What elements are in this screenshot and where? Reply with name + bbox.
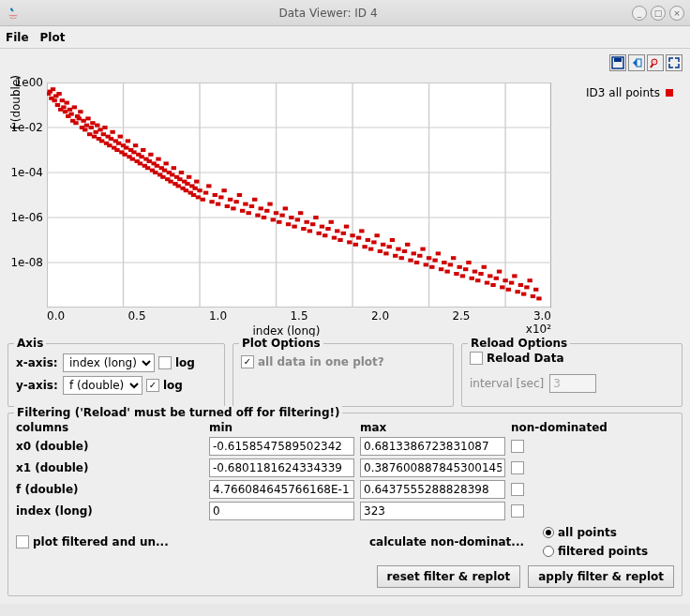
svg-rect-4 bbox=[47, 83, 551, 308]
svg-rect-166 bbox=[350, 233, 354, 237]
y-axis-select[interactable]: f (double) bbox=[63, 376, 142, 395]
svg-rect-103 bbox=[177, 177, 182, 181]
svg-rect-143 bbox=[279, 214, 284, 218]
svg-rect-211 bbox=[488, 274, 492, 278]
filter-nondom-checkbox[interactable] bbox=[511, 483, 524, 496]
svg-rect-208 bbox=[478, 272, 483, 276]
svg-rect-157 bbox=[322, 233, 327, 237]
filter-nondom-checkbox[interactable] bbox=[511, 504, 524, 518]
reset-zoom-icon[interactable] bbox=[628, 54, 645, 71]
svg-rect-84 bbox=[148, 153, 153, 157]
filter-max-input[interactable] bbox=[360, 502, 505, 520]
reset-filter-button[interactable]: reset filter & replot bbox=[377, 565, 521, 588]
svg-rect-183 bbox=[402, 249, 407, 253]
svg-rect-162 bbox=[338, 238, 342, 242]
svg-rect-136 bbox=[259, 206, 263, 210]
svg-rect-125 bbox=[225, 204, 230, 208]
svg-rect-155 bbox=[317, 232, 322, 235]
svg-rect-201 bbox=[457, 265, 461, 269]
svg-rect-187 bbox=[414, 261, 419, 264]
radio-filtered-points[interactable] bbox=[543, 546, 554, 557]
svg-rect-113 bbox=[192, 187, 197, 190]
svg-rect-171 bbox=[366, 238, 370, 242]
menubar: File Plot bbox=[0, 26, 690, 49]
svg-rect-132 bbox=[247, 211, 251, 215]
scatter-plot[interactable]: 1e001e-021e-041e-061e-08 ID3 all points bbox=[47, 83, 551, 308]
svg-rect-141 bbox=[274, 211, 278, 215]
chart-legend: ID3 all points bbox=[586, 86, 673, 99]
filter-min-input[interactable] bbox=[209, 458, 354, 477]
svg-rect-164 bbox=[344, 225, 349, 229]
menu-plot[interactable]: Plot bbox=[40, 31, 66, 44]
svg-rect-62 bbox=[114, 148, 119, 152]
svg-rect-198 bbox=[448, 263, 453, 266]
svg-rect-42 bbox=[84, 124, 89, 128]
filter-min-input[interactable] bbox=[209, 502, 354, 520]
fullscreen-icon[interactable] bbox=[666, 54, 682, 71]
window-title: Data Viewer: ID 4 bbox=[24, 7, 632, 20]
x-log-checkbox[interactable] bbox=[158, 356, 172, 369]
svg-rect-77 bbox=[138, 161, 142, 165]
svg-rect-34 bbox=[72, 105, 77, 109]
filter-max-input[interactable] bbox=[360, 437, 505, 456]
filter-nondom-checkbox[interactable] bbox=[511, 440, 524, 453]
svg-rect-28 bbox=[63, 110, 68, 113]
x-axis-select[interactable]: index (long) bbox=[63, 353, 155, 372]
svg-rect-116 bbox=[197, 188, 202, 192]
svg-rect-99 bbox=[172, 166, 176, 170]
col-header-max: max bbox=[360, 421, 505, 434]
svg-rect-213 bbox=[494, 277, 499, 280]
svg-rect-122 bbox=[216, 203, 220, 206]
x-axis-label-text: x-axis: bbox=[16, 356, 59, 369]
y-log-checkbox[interactable] bbox=[146, 379, 159, 392]
minimize-button[interactable]: _ bbox=[632, 6, 647, 21]
apply-filter-button[interactable]: apply filter & replot bbox=[528, 565, 674, 588]
zoom-icon[interactable] bbox=[647, 54, 664, 71]
filter-max-input[interactable] bbox=[360, 480, 505, 499]
menu-file[interactable]: File bbox=[6, 31, 29, 44]
svg-rect-206 bbox=[472, 270, 477, 274]
filter-max-input[interactable] bbox=[360, 458, 505, 477]
maximize-button[interactable]: □ bbox=[651, 6, 666, 21]
svg-rect-222 bbox=[521, 293, 526, 296]
interval-label: interval [sec] bbox=[470, 377, 544, 390]
svg-rect-152 bbox=[308, 229, 312, 233]
svg-rect-123 bbox=[218, 195, 223, 199]
plot-filtered-checkbox[interactable] bbox=[16, 535, 29, 548]
svg-rect-128 bbox=[233, 200, 238, 203]
x-axis-label: index (long) bbox=[47, 323, 526, 338]
filter-nondom-checkbox[interactable] bbox=[511, 461, 524, 474]
svg-rect-51 bbox=[98, 128, 102, 131]
svg-rect-159 bbox=[329, 220, 334, 224]
svg-rect-104 bbox=[179, 171, 184, 174]
legend-swatch bbox=[666, 89, 673, 97]
svg-rect-226 bbox=[533, 288, 538, 292]
close-button[interactable]: × bbox=[669, 6, 684, 21]
svg-rect-130 bbox=[240, 209, 245, 213]
svg-rect-35 bbox=[73, 121, 78, 125]
svg-rect-78 bbox=[139, 155, 143, 158]
svg-rect-43 bbox=[85, 116, 90, 120]
svg-rect-72 bbox=[130, 158, 135, 161]
svg-rect-29 bbox=[65, 101, 69, 105]
svg-rect-120 bbox=[209, 200, 214, 203]
svg-rect-1 bbox=[614, 58, 622, 62]
svg-rect-46 bbox=[90, 121, 95, 125]
svg-rect-221 bbox=[518, 283, 523, 287]
svg-rect-74 bbox=[133, 143, 138, 147]
svg-rect-184 bbox=[405, 243, 410, 247]
radio-all-points[interactable] bbox=[543, 527, 554, 538]
save-icon[interactable] bbox=[609, 54, 626, 71]
filter-col-label: f (double) bbox=[16, 483, 203, 496]
filter-min-input[interactable] bbox=[209, 437, 354, 456]
filter-min-input[interactable] bbox=[209, 480, 354, 499]
svg-rect-94 bbox=[163, 161, 168, 165]
svg-rect-24 bbox=[56, 92, 61, 96]
reload-data-checkbox[interactable] bbox=[470, 352, 483, 365]
filter-col-label: index (long) bbox=[16, 504, 203, 518]
svg-rect-189 bbox=[420, 248, 425, 251]
svg-rect-145 bbox=[286, 222, 291, 226]
interval-input[interactable] bbox=[549, 374, 596, 393]
svg-rect-194 bbox=[436, 251, 441, 255]
svg-rect-188 bbox=[417, 254, 422, 258]
